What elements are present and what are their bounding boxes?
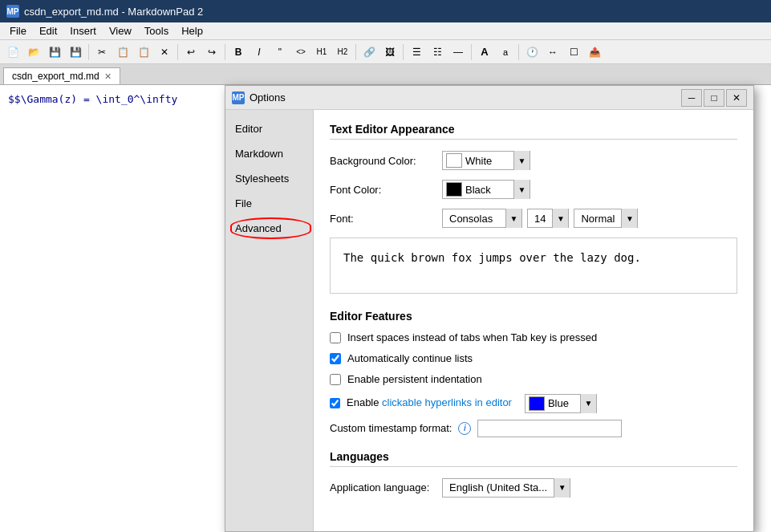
toolbar-font-lower[interactable]: a <box>496 43 515 62</box>
toolbar-format[interactable]: ↔ <box>543 43 562 62</box>
font-size-arrow-icon: ▼ <box>552 209 568 228</box>
dialog-body: Editor Markdown Stylesheets File Advance… <box>225 110 753 531</box>
font-color-dropdown[interactable]: Black ▼ <box>442 180 530 199</box>
hyperlink-color-dropdown[interactable]: Blue ▼ <box>525 394 597 413</box>
toolbar-font-upper[interactable]: A <box>475 43 494 62</box>
toolbar-new[interactable]: 📄 <box>3 43 22 62</box>
feature3-label: Enable persistent indentation <box>347 372 482 387</box>
font-label: Font: <box>330 213 442 225</box>
toolbar-open[interactable]: 📂 <box>24 43 43 62</box>
toolbar-italic[interactable]: I <box>250 43 269 62</box>
dialog-minimize-button[interactable]: ─ <box>681 89 702 107</box>
toolbar-paste[interactable]: 📋 <box>134 43 153 62</box>
feature4-label: Enable clickable hyperlinks in editor <box>347 396 512 410</box>
toolbar-export[interactable]: 📤 <box>585 43 604 62</box>
timestamp-input[interactable] <box>477 420 622 437</box>
nav-editor[interactable]: Editor <box>225 116 313 141</box>
background-color-arrow-icon: ▼ <box>513 151 530 170</box>
toolbar-delete[interactable]: ✕ <box>155 43 174 62</box>
options-dialog: MP Options ─ □ ✕ Editor Markdown Stylesh… <box>225 85 754 532</box>
feature1-label: Insert spaces instead of tabs when Tab k… <box>347 331 597 345</box>
toolbar-copy[interactable]: 📋 <box>113 43 132 62</box>
dialog-maximize-button[interactable]: □ <box>704 89 724 107</box>
toolbar-hr[interactable]: — <box>448 43 468 62</box>
toolbar-code[interactable]: <> <box>291 43 310 62</box>
menu-edit[interactable]: Edit <box>33 23 63 39</box>
toolbar-sep-7 <box>518 44 519 60</box>
toolbar-cut[interactable]: ✂ <box>92 43 112 62</box>
font-weight-dropdown[interactable]: Normal ▼ <box>574 209 638 228</box>
tab-close-button[interactable]: ✕ <box>104 71 112 82</box>
background-color-label: Background Color: <box>330 155 442 167</box>
menu-view[interactable]: View <box>103 23 138 39</box>
font-weight-value: Normal <box>574 211 621 226</box>
tab-label: csdn_export_md.md <box>12 71 99 82</box>
font-preview-box: The quick brown fox jumps over the lazy … <box>330 238 737 294</box>
toolbar-bold[interactable]: B <box>229 43 248 62</box>
feature2-label: Automatically continue lists <box>347 351 473 366</box>
font-family-value: Consolas <box>443 211 505 226</box>
feature3-row: Enable persistent indentation <box>330 372 737 387</box>
feature3-checkbox[interactable] <box>330 374 341 385</box>
menu-insert[interactable]: Insert <box>63 23 103 39</box>
feature1-checkbox[interactable] <box>330 332 341 343</box>
font-color-arrow-icon: ▼ <box>513 180 530 199</box>
dialog-close-button[interactable]: ✕ <box>726 89 747 107</box>
timestamp-info-icon[interactable]: i <box>458 422 471 435</box>
toolbar-quote[interactable]: " <box>270 43 290 62</box>
feature1-row: Insert spaces instead of tabs when Tab k… <box>330 331 737 345</box>
background-color-dropdown[interactable]: White ▼ <box>442 151 530 170</box>
preview-text: The quick brown fox jumps over the lazy … <box>343 251 641 264</box>
font-color-swatch <box>446 182 462 197</box>
menu-tools[interactable]: Tools <box>138 23 175 39</box>
title-bar: MP csdn_export_md.md - MarkdownPad 2 <box>0 0 771 22</box>
tab-bar: csdn_export_md.md ✕ <box>0 64 771 85</box>
main-content: $$\Gamma(z) = \int_0^\infty MP Options ─… <box>0 85 771 532</box>
toolbar-link[interactable]: 🔗 <box>359 43 379 62</box>
toolbar-save[interactable]: 💾 <box>45 43 64 62</box>
toolbar-preview[interactable]: ☐ <box>564 43 583 62</box>
background-color-row: Background Color: White ▼ <box>330 151 737 170</box>
font-size-value: 14 <box>528 211 552 226</box>
timestamp-label: Custom timestamp format: <box>330 422 452 434</box>
background-color-swatch <box>446 153 462 168</box>
languages-section-title: Languages <box>330 450 737 467</box>
toolbar-image[interactable]: 🖼 <box>380 43 400 62</box>
toolbar-undo[interactable]: ↩ <box>181 43 201 62</box>
toolbar-h1[interactable]: H1 <box>312 43 331 62</box>
toolbar-redo[interactable]: ↪ <box>202 43 221 62</box>
toolbar-ol[interactable]: ☷ <box>428 43 447 62</box>
toolbar-timestamp[interactable]: 🕐 <box>522 43 542 62</box>
nav-file[interactable]: File <box>225 191 313 216</box>
menu-help[interactable]: Help <box>175 23 209 39</box>
toolbar-h2[interactable]: H2 <box>333 43 352 62</box>
tab-file[interactable]: csdn_export_md.md ✕ <box>3 67 120 84</box>
font-size-dropdown[interactable]: 14 ▼ <box>527 209 569 228</box>
menu-file[interactable]: File <box>3 23 33 39</box>
toolbar-ul[interactable]: ☰ <box>407 43 426 62</box>
font-color-control: Black ▼ <box>442 180 530 199</box>
toolbar-save-as[interactable]: 💾 <box>66 43 85 62</box>
language-dropdown[interactable]: English (United Sta... ▼ <box>442 478 570 497</box>
font-family-arrow-icon: ▼ <box>505 209 521 228</box>
hyperlink-color-swatch <box>529 396 545 411</box>
dialog-title: Options <box>250 91 681 104</box>
nav-markdown[interactable]: Markdown <box>225 141 313 166</box>
hyperlinks-link[interactable]: clickable hyperlinks in editor <box>382 396 512 408</box>
nav-advanced[interactable]: Advanced <box>225 216 313 241</box>
background-color-control: White ▼ <box>442 151 530 170</box>
nav-stylesheets[interactable]: Stylesheets <box>225 166 313 191</box>
dialog-content-area: Text Editor Appearance Background Color:… <box>314 110 753 531</box>
feature4-checkbox[interactable] <box>330 398 340 408</box>
dialog-titlebar: MP Options ─ □ ✕ <box>225 86 753 110</box>
font-color-row: Font Color: Black ▼ <box>330 180 737 199</box>
timestamp-row: Custom timestamp format: i <box>330 420 737 437</box>
menu-bar: File Edit Insert View Tools Help <box>0 22 771 40</box>
font-weight-arrow-icon: ▼ <box>621 209 637 228</box>
language-label: Application language: <box>330 481 442 493</box>
font-family-dropdown[interactable]: Consolas ▼ <box>442 209 522 228</box>
toolbar-sep-1 <box>88 44 89 60</box>
feature2-checkbox[interactable] <box>330 353 341 364</box>
features-title: Editor Features <box>330 310 737 323</box>
dialog-controls: ─ □ ✕ <box>681 89 747 107</box>
